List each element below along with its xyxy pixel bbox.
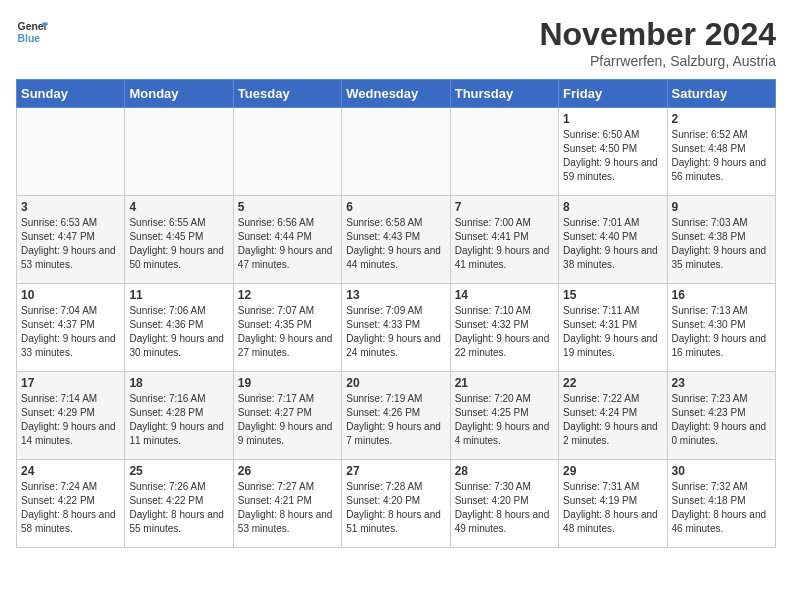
day-info: Sunrise: 6:58 AM Sunset: 4:43 PM Dayligh… bbox=[346, 216, 445, 272]
calendar-cell: 24Sunrise: 7:24 AM Sunset: 4:22 PM Dayli… bbox=[17, 460, 125, 548]
calendar-cell: 15Sunrise: 7:11 AM Sunset: 4:31 PM Dayli… bbox=[559, 284, 667, 372]
calendar-cell bbox=[233, 108, 341, 196]
calendar-cell: 21Sunrise: 7:20 AM Sunset: 4:25 PM Dayli… bbox=[450, 372, 558, 460]
calendar-cell: 14Sunrise: 7:10 AM Sunset: 4:32 PM Dayli… bbox=[450, 284, 558, 372]
weekday-header-tuesday: Tuesday bbox=[233, 80, 341, 108]
day-number: 28 bbox=[455, 464, 554, 478]
logo-icon: General Blue bbox=[16, 16, 48, 48]
day-number: 16 bbox=[672, 288, 771, 302]
day-number: 18 bbox=[129, 376, 228, 390]
weekday-header-wednesday: Wednesday bbox=[342, 80, 450, 108]
week-row-3: 10Sunrise: 7:04 AM Sunset: 4:37 PM Dayli… bbox=[17, 284, 776, 372]
weekday-header-thursday: Thursday bbox=[450, 80, 558, 108]
day-number: 27 bbox=[346, 464, 445, 478]
day-info: Sunrise: 6:53 AM Sunset: 4:47 PM Dayligh… bbox=[21, 216, 120, 272]
day-info: Sunrise: 7:09 AM Sunset: 4:33 PM Dayligh… bbox=[346, 304, 445, 360]
calendar-cell: 18Sunrise: 7:16 AM Sunset: 4:28 PM Dayli… bbox=[125, 372, 233, 460]
calendar-cell: 3Sunrise: 6:53 AM Sunset: 4:47 PM Daylig… bbox=[17, 196, 125, 284]
calendar-cell: 20Sunrise: 7:19 AM Sunset: 4:26 PM Dayli… bbox=[342, 372, 450, 460]
day-number: 29 bbox=[563, 464, 662, 478]
weekday-header-monday: Monday bbox=[125, 80, 233, 108]
calendar-cell: 4Sunrise: 6:55 AM Sunset: 4:45 PM Daylig… bbox=[125, 196, 233, 284]
day-info: Sunrise: 7:01 AM Sunset: 4:40 PM Dayligh… bbox=[563, 216, 662, 272]
week-row-5: 24Sunrise: 7:24 AM Sunset: 4:22 PM Dayli… bbox=[17, 460, 776, 548]
calendar-cell: 11Sunrise: 7:06 AM Sunset: 4:36 PM Dayli… bbox=[125, 284, 233, 372]
day-info: Sunrise: 7:10 AM Sunset: 4:32 PM Dayligh… bbox=[455, 304, 554, 360]
day-info: Sunrise: 7:00 AM Sunset: 4:41 PM Dayligh… bbox=[455, 216, 554, 272]
calendar-cell: 12Sunrise: 7:07 AM Sunset: 4:35 PM Dayli… bbox=[233, 284, 341, 372]
day-number: 7 bbox=[455, 200, 554, 214]
day-info: Sunrise: 7:03 AM Sunset: 4:38 PM Dayligh… bbox=[672, 216, 771, 272]
calendar-cell: 2Sunrise: 6:52 AM Sunset: 4:48 PM Daylig… bbox=[667, 108, 775, 196]
calendar-cell: 8Sunrise: 7:01 AM Sunset: 4:40 PM Daylig… bbox=[559, 196, 667, 284]
calendar-cell: 10Sunrise: 7:04 AM Sunset: 4:37 PM Dayli… bbox=[17, 284, 125, 372]
calendar-cell: 13Sunrise: 7:09 AM Sunset: 4:33 PM Dayli… bbox=[342, 284, 450, 372]
week-row-4: 17Sunrise: 7:14 AM Sunset: 4:29 PM Dayli… bbox=[17, 372, 776, 460]
day-number: 1 bbox=[563, 112, 662, 126]
day-info: Sunrise: 7:14 AM Sunset: 4:29 PM Dayligh… bbox=[21, 392, 120, 448]
day-info: Sunrise: 7:28 AM Sunset: 4:20 PM Dayligh… bbox=[346, 480, 445, 536]
calendar-cell bbox=[342, 108, 450, 196]
day-info: Sunrise: 7:17 AM Sunset: 4:27 PM Dayligh… bbox=[238, 392, 337, 448]
calendar-cell bbox=[125, 108, 233, 196]
calendar-cell: 29Sunrise: 7:31 AM Sunset: 4:19 PM Dayli… bbox=[559, 460, 667, 548]
day-number: 23 bbox=[672, 376, 771, 390]
day-info: Sunrise: 7:13 AM Sunset: 4:30 PM Dayligh… bbox=[672, 304, 771, 360]
day-info: Sunrise: 6:50 AM Sunset: 4:50 PM Dayligh… bbox=[563, 128, 662, 184]
day-number: 19 bbox=[238, 376, 337, 390]
day-number: 22 bbox=[563, 376, 662, 390]
day-info: Sunrise: 7:31 AM Sunset: 4:19 PM Dayligh… bbox=[563, 480, 662, 536]
weekday-header-sunday: Sunday bbox=[17, 80, 125, 108]
calendar-cell: 19Sunrise: 7:17 AM Sunset: 4:27 PM Dayli… bbox=[233, 372, 341, 460]
calendar-table: SundayMondayTuesdayWednesdayThursdayFrid… bbox=[16, 79, 776, 548]
day-info: Sunrise: 7:06 AM Sunset: 4:36 PM Dayligh… bbox=[129, 304, 228, 360]
calendar-cell bbox=[17, 108, 125, 196]
day-number: 6 bbox=[346, 200, 445, 214]
day-info: Sunrise: 6:56 AM Sunset: 4:44 PM Dayligh… bbox=[238, 216, 337, 272]
calendar-cell: 27Sunrise: 7:28 AM Sunset: 4:20 PM Dayli… bbox=[342, 460, 450, 548]
header: General Blue November 2024 Pfarrwerfen, … bbox=[16, 16, 776, 69]
day-number: 17 bbox=[21, 376, 120, 390]
day-info: Sunrise: 7:04 AM Sunset: 4:37 PM Dayligh… bbox=[21, 304, 120, 360]
day-number: 20 bbox=[346, 376, 445, 390]
day-number: 3 bbox=[21, 200, 120, 214]
day-info: Sunrise: 7:26 AM Sunset: 4:22 PM Dayligh… bbox=[129, 480, 228, 536]
calendar-cell bbox=[450, 108, 558, 196]
calendar-cell: 25Sunrise: 7:26 AM Sunset: 4:22 PM Dayli… bbox=[125, 460, 233, 548]
day-info: Sunrise: 7:23 AM Sunset: 4:23 PM Dayligh… bbox=[672, 392, 771, 448]
calendar-cell: 6Sunrise: 6:58 AM Sunset: 4:43 PM Daylig… bbox=[342, 196, 450, 284]
day-number: 15 bbox=[563, 288, 662, 302]
day-info: Sunrise: 7:24 AM Sunset: 4:22 PM Dayligh… bbox=[21, 480, 120, 536]
day-info: Sunrise: 7:07 AM Sunset: 4:35 PM Dayligh… bbox=[238, 304, 337, 360]
week-row-1: 1Sunrise: 6:50 AM Sunset: 4:50 PM Daylig… bbox=[17, 108, 776, 196]
calendar-subtitle: Pfarrwerfen, Salzburg, Austria bbox=[539, 53, 776, 69]
weekday-header-row: SundayMondayTuesdayWednesdayThursdayFrid… bbox=[17, 80, 776, 108]
day-number: 5 bbox=[238, 200, 337, 214]
calendar-cell: 26Sunrise: 7:27 AM Sunset: 4:21 PM Dayli… bbox=[233, 460, 341, 548]
calendar-cell: 16Sunrise: 7:13 AM Sunset: 4:30 PM Dayli… bbox=[667, 284, 775, 372]
day-number: 14 bbox=[455, 288, 554, 302]
calendar-cell: 5Sunrise: 6:56 AM Sunset: 4:44 PM Daylig… bbox=[233, 196, 341, 284]
day-info: Sunrise: 6:55 AM Sunset: 4:45 PM Dayligh… bbox=[129, 216, 228, 272]
day-number: 25 bbox=[129, 464, 228, 478]
day-info: Sunrise: 7:16 AM Sunset: 4:28 PM Dayligh… bbox=[129, 392, 228, 448]
day-number: 26 bbox=[238, 464, 337, 478]
logo: General Blue bbox=[16, 16, 48, 48]
calendar-cell: 23Sunrise: 7:23 AM Sunset: 4:23 PM Dayli… bbox=[667, 372, 775, 460]
day-number: 9 bbox=[672, 200, 771, 214]
day-info: Sunrise: 7:22 AM Sunset: 4:24 PM Dayligh… bbox=[563, 392, 662, 448]
week-row-2: 3Sunrise: 6:53 AM Sunset: 4:47 PM Daylig… bbox=[17, 196, 776, 284]
day-number: 8 bbox=[563, 200, 662, 214]
title-section: November 2024 Pfarrwerfen, Salzburg, Aus… bbox=[539, 16, 776, 69]
day-info: Sunrise: 7:30 AM Sunset: 4:20 PM Dayligh… bbox=[455, 480, 554, 536]
day-number: 24 bbox=[21, 464, 120, 478]
day-number: 4 bbox=[129, 200, 228, 214]
day-info: Sunrise: 7:20 AM Sunset: 4:25 PM Dayligh… bbox=[455, 392, 554, 448]
calendar-cell: 9Sunrise: 7:03 AM Sunset: 4:38 PM Daylig… bbox=[667, 196, 775, 284]
day-info: Sunrise: 6:52 AM Sunset: 4:48 PM Dayligh… bbox=[672, 128, 771, 184]
calendar-cell: 22Sunrise: 7:22 AM Sunset: 4:24 PM Dayli… bbox=[559, 372, 667, 460]
day-info: Sunrise: 7:19 AM Sunset: 4:26 PM Dayligh… bbox=[346, 392, 445, 448]
calendar-cell: 28Sunrise: 7:30 AM Sunset: 4:20 PM Dayli… bbox=[450, 460, 558, 548]
calendar-cell: 1Sunrise: 6:50 AM Sunset: 4:50 PM Daylig… bbox=[559, 108, 667, 196]
calendar-cell: 7Sunrise: 7:00 AM Sunset: 4:41 PM Daylig… bbox=[450, 196, 558, 284]
